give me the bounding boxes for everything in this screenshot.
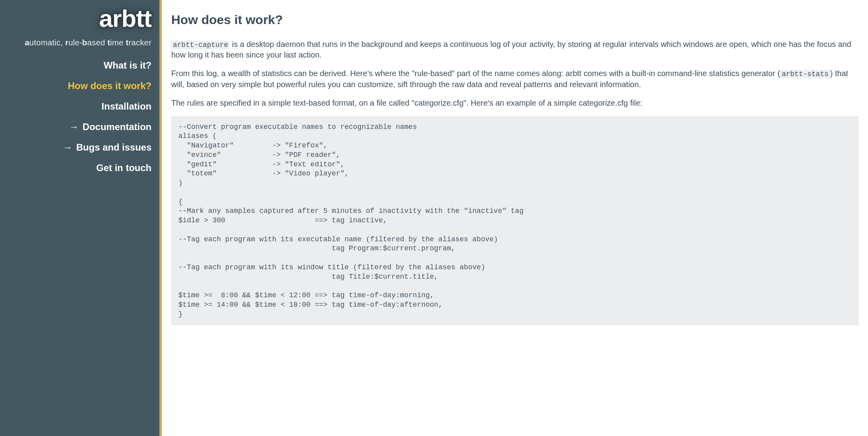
nav-installation[interactable]: Installation (0, 101, 152, 112)
nav-get-in-touch[interactable]: Get in touch (0, 162, 152, 173)
categorize-cfg-code-block: --Convert program executable names to re… (171, 116, 859, 326)
page-title: How does it work? (171, 13, 859, 27)
sidebar: arbtt automatic, rule-based time tracker… (0, 0, 162, 436)
external-link-icon: → (63, 142, 72, 153)
nav-documentation[interactable]: →Documentation (0, 121, 152, 132)
site-tagline: automatic, rule-based time tracker (0, 38, 152, 47)
paragraph-2-before: From this log, a wealth of statistics ca… (171, 69, 780, 78)
nav-label: What is it? (104, 60, 152, 71)
paragraph-1: arbtt-capture is a desktop daemon that r… (171, 39, 859, 60)
sidebar-nav: What is it? How does it work? Installati… (0, 60, 154, 173)
paragraph-2: From this log, a wealth of statistics ca… (171, 68, 859, 89)
nav-bugs-and-issues[interactable]: →Bugs and issues (0, 142, 152, 153)
nav-label: Get in touch (96, 162, 152, 173)
nav-label: How does it work? (68, 80, 152, 91)
site-logo: arbtt (0, 6, 152, 31)
paragraph-1-text: is a desktop daemon that runs in the bac… (171, 40, 851, 59)
code-arbtt-stats: arbtt-stats (780, 70, 830, 78)
code-arbtt-capture: arbtt-capture (171, 41, 230, 49)
nav-label: Installation (101, 101, 152, 112)
main-content: How does it work? arbtt-capture is a des… (162, 0, 868, 436)
nav-label: Documentation (82, 121, 152, 132)
external-link-icon: → (69, 121, 79, 132)
paragraph-3: The rules are specified in a simple text… (171, 98, 859, 108)
nav-what-is-it[interactable]: What is it? (0, 60, 152, 71)
nav-how-does-it-work[interactable]: How does it work? (0, 80, 152, 91)
nav-label: Bugs and issues (76, 142, 152, 153)
